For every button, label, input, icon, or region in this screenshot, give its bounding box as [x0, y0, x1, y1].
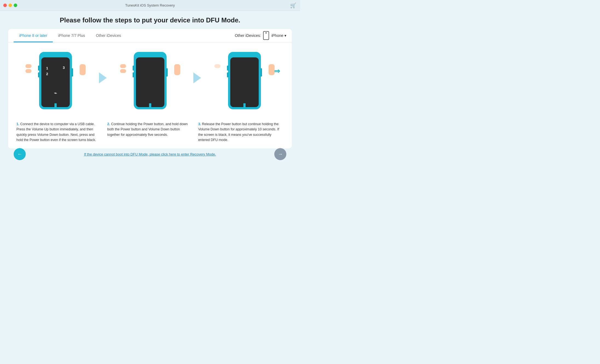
step3-text: 3. Release the Power button but continue… [196, 122, 286, 143]
step-number-3-label: 3 [63, 66, 65, 70]
finger4 [120, 69, 126, 73]
phone-cable-step2 [149, 103, 151, 109]
phone-cable-step3 [243, 103, 246, 109]
hand-right-step3 [269, 64, 275, 75]
phone-notch-step1 [50, 54, 61, 57]
page-title: Please follow the steps to put your devi… [8, 16, 292, 24]
device-dropdown[interactable]: iPhone ▾ [271, 33, 286, 38]
tab-iphone7-plus[interactable]: iPhone 7/7 Plus [53, 29, 91, 42]
step3-number: 3. [198, 122, 201, 126]
window-controls [3, 4, 17, 7]
title-bar: TunesKit iOS System Recovery 🛒 [0, 0, 300, 11]
step2-description: Continue holding the Power button, and h… [107, 122, 188, 137]
step3-description: Release the Power button but continue ho… [198, 122, 279, 142]
step-number-1-label: 1 [46, 66, 48, 71]
step1-visual: 1 2 3 ⌁ [16, 45, 95, 116]
next-button[interactable]: → [274, 148, 286, 160]
phone-body-step2 [134, 52, 167, 109]
window-title: TunesKit iOS System Recovery [125, 3, 175, 7]
step1-description: Connect the device to computer via a USB… [16, 122, 96, 142]
phone-body-step3 [228, 52, 261, 109]
bottom-bar: ← If the device cannot boot into DFU Mod… [8, 148, 292, 160]
finger3 [120, 64, 126, 68]
finger2 [25, 69, 31, 73]
phone-body-step1: 1 2 3 ⌁ [39, 52, 72, 109]
step-number-2-label: 2 [46, 71, 48, 77]
tab-other-idevices[interactable]: Other iDevices [91, 29, 127, 42]
back-button[interactable]: ← [14, 148, 26, 160]
vol-down-btn [38, 72, 39, 77]
release-arrow-icon: ⇒ [274, 67, 280, 75]
step1-number: 1. [16, 122, 19, 126]
hand-left-step1 [25, 64, 31, 73]
phone-screen-step1: 1 2 3 ⌁ [41, 57, 70, 107]
arrow2 [189, 45, 205, 83]
content-card: iPhone 8 or later iPhone 7/7 Plus Other … [8, 29, 292, 148]
vol-up-btn [38, 66, 39, 71]
hand-right-step1 [80, 64, 86, 75]
usb-icon: ⌁ [54, 90, 57, 96]
steps-text-row: 1. Connect the device to computer via a … [8, 122, 292, 148]
step2-text: 2. Continue holding the Power button, an… [104, 122, 195, 137]
chevron-down-icon: ▾ [284, 33, 286, 38]
step2-number: 2. [107, 122, 110, 126]
finger-right3 [269, 64, 275, 75]
finger-right1 [80, 64, 86, 75]
device-label: iPhone [271, 33, 283, 38]
hand-left-step2 [120, 64, 126, 73]
maximize-button[interactable] [14, 4, 17, 7]
arrow1 [95, 45, 111, 83]
step1-text: 1. Connect the device to computer via a … [14, 122, 104, 143]
minimize-button[interactable] [8, 4, 12, 7]
vol-down-btn3 [227, 72, 228, 77]
close-button[interactable] [3, 4, 7, 7]
recovery-mode-link[interactable]: If the device cannot boot into DFU Mode,… [84, 152, 216, 156]
phone-icon [263, 31, 269, 40]
steps-visual-area: 1 2 3 ⌁ [8, 42, 292, 122]
power-btn-step2 [166, 68, 168, 77]
main-content: Please follow the steps to put your devi… [0, 11, 300, 163]
tab-iphone8-or-later[interactable]: iPhone 8 or later [14, 29, 53, 42]
other-devices-section: Other iDevices: iPhone ▾ [235, 31, 286, 40]
phone-notch-step2 [145, 54, 156, 57]
vol-up-btn2 [133, 66, 134, 71]
step1-phone: 1 2 3 ⌁ [32, 48, 79, 113]
arrow-right-1 [99, 72, 107, 83]
phone-screen-step2 [136, 57, 164, 107]
power-btn-step3 [261, 68, 262, 77]
phone-cable-step1 [54, 103, 57, 109]
step2-phone [127, 48, 173, 113]
power-btn-step1 [72, 68, 73, 77]
phone-notch-step3 [239, 54, 250, 57]
other-devices-label: Other iDevices: [235, 33, 261, 38]
arrow-right-2 [193, 72, 201, 83]
tabs-row: iPhone 8 or later iPhone 7/7 Plus Other … [8, 29, 292, 42]
hand-left-step3 [214, 64, 220, 68]
step2-visual [111, 45, 189, 116]
screen-labels-12: 1 2 [46, 66, 48, 77]
hand-right-step2 [174, 64, 180, 75]
step3-visual: ⇒ [205, 45, 284, 116]
finger5 [214, 64, 220, 68]
step3-phone: ⇒ [221, 48, 268, 113]
vol-up-btn3 [227, 66, 228, 71]
finger1 [25, 64, 31, 68]
cart-icon[interactable]: 🛒 [290, 2, 296, 8]
finger-right2 [174, 64, 180, 75]
vol-down-btn2 [133, 72, 134, 77]
phone-screen-step3 [230, 57, 259, 107]
